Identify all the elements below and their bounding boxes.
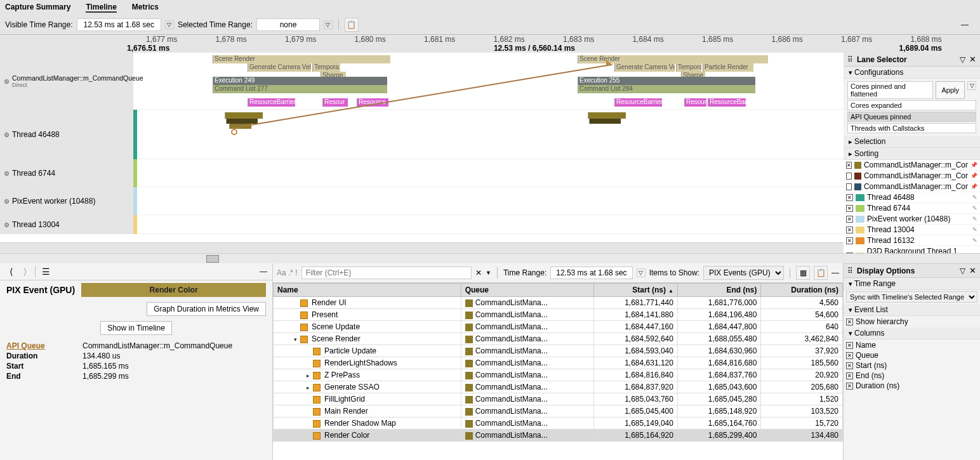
lane-item[interactable]: ✕Thread 13004✎	[844, 225, 980, 235]
selected-range-value[interactable]: none	[256, 18, 320, 31]
lane-checkbox[interactable]: ✕	[846, 227, 853, 233]
timeline-hscroll[interactable]	[0, 253, 980, 263]
properties-icon[interactable]: ☰	[40, 266, 51, 277]
seg-resbar3[interactable]: ResourceBarrier	[708, 98, 746, 107]
pin-icon[interactable]: 📌	[970, 183, 977, 190]
marker[interactable]	[589, 119, 621, 124]
table-row[interactable]: Main RenderCommandListMana...1,685,045,4…	[274, 405, 843, 417]
clear-filter-icon[interactable]: ✕	[475, 268, 482, 277]
grip-icon[interactable]: ⠿	[847, 266, 853, 275]
gear-icon[interactable]: ⚙	[4, 221, 10, 228]
seg-scene-render[interactable]: Scene Render	[213, 55, 390, 63]
selected-range-dropdown-icon[interactable]: ▽	[324, 20, 333, 29]
scroll-thumb[interactable]	[206, 255, 219, 263]
seg-gen-cam[interactable]: Generate Camera Velo	[248, 63, 311, 72]
filter-dropdown-icon[interactable]: ▼	[486, 270, 491, 276]
lane-item[interactable]: CommandListManager::m_Cor📌	[844, 181, 980, 192]
event-list-section[interactable]: ▾ Event List	[844, 304, 980, 316]
column-checkbox[interactable]: ✕End (ns)	[846, 371, 977, 380]
config-option[interactable]: Threads with Callstacks	[847, 123, 976, 133]
lane-checkbox[interactable]	[846, 183, 852, 190]
config-option[interactable]: API Queues pinned	[847, 112, 976, 122]
table-row[interactable]: Render UICommandListMana...1,681,771,440…	[274, 297, 843, 309]
clipboard-button[interactable]: 📋	[345, 18, 359, 32]
table-row[interactable]: Render Shadow MapCommandListMana...1,685…	[274, 417, 843, 430]
pin-icon[interactable]: ✎	[972, 227, 977, 233]
minimize-icon[interactable]: —	[831, 268, 839, 277]
col-duration[interactable]: Duration (ns)	[761, 284, 843, 297]
col-start[interactable]: Start (ns)▲	[594, 284, 678, 297]
col-end[interactable]: End (ns)	[677, 284, 761, 297]
columns-section[interactable]: ▾ Columns	[844, 327, 980, 339]
close-icon[interactable]: ✕	[969, 266, 976, 275]
time-range-sync-select[interactable]: Sync with Timeline's Selected Range	[846, 291, 977, 303]
visible-range-dropdown-icon[interactable]: ▽	[165, 20, 174, 29]
pin-icon[interactable]: 📌	[970, 162, 977, 168]
table-row[interactable]: ▾Scene RenderCommandListMana...1,684,592…	[274, 333, 843, 345]
gear-icon[interactable]: ⚙	[4, 170, 10, 177]
column-checkbox[interactable]: ✕Start (ns)	[846, 361, 977, 370]
table-row[interactable]: RenderLightShadowsCommandListMana...1,68…	[274, 357, 843, 369]
lane-checkbox[interactable]: ✕	[846, 205, 853, 212]
time-range-section[interactable]: ▾ Time Range	[844, 278, 980, 290]
config-section-header[interactable]: ▾ Configurations	[844, 67, 980, 79]
lane-item[interactable]: ✕D3D Background Thread 1 (17✎	[844, 246, 980, 253]
lane-item[interactable]: ✕CommandListManager::m_Cor📌	[844, 160, 980, 171]
pin-icon[interactable]: ✎	[972, 237, 977, 244]
marker[interactable]	[226, 119, 258, 124]
table-row[interactable]: PresentCommandListMana...1,684,141,8801,…	[274, 309, 843, 321]
seg-resbar2[interactable]: ResourceBarrier	[614, 98, 662, 107]
config-option[interactable]: Cores pinned and flattened	[847, 81, 933, 99]
lane-checkbox[interactable]: ✕	[846, 216, 853, 223]
filter-mode-label[interactable]: Aa .* !	[277, 268, 298, 277]
pin-icon[interactable]: ✎	[972, 205, 977, 211]
show-hierarchy-checkbox[interactable]: ✕Show hierarchy	[846, 317, 977, 326]
close-icon[interactable]: ✕	[969, 55, 976, 64]
table-row[interactable]: Particle UpdateCommandListMana...1,684,5…	[274, 345, 843, 357]
gear-icon[interactable]: ⚙	[4, 131, 10, 138]
seg-gen-cam2[interactable]: Generate Camera Velo	[614, 63, 675, 72]
tab-timeline[interactable]: Timeline	[86, 3, 116, 13]
api-queue-link[interactable]: API Queue	[6, 341, 83, 350]
seg-tempora2[interactable]: Tempora	[676, 63, 701, 72]
marker[interactable]	[588, 112, 626, 119]
lane-item[interactable]: ✕Thread 46488✎	[844, 192, 980, 203]
col-name[interactable]: Name	[274, 284, 461, 297]
time-range-dropdown-icon[interactable]: ▽	[637, 268, 646, 277]
lane-checkbox[interactable]: ✕	[846, 162, 852, 169]
table-row[interactable]: ▸Z PrePassCommandListMana...1,684,816,84…	[274, 369, 843, 381]
pin-icon[interactable]: ✎	[972, 194, 977, 200]
lane-checkbox[interactable]: ✕	[846, 194, 853, 201]
seg-cl277[interactable]: Command List 277	[213, 85, 387, 93]
table-row[interactable]: FillLightGridCommandListMana...1,685,043…	[274, 393, 843, 405]
pin-icon[interactable]: 📌	[970, 173, 977, 179]
gear-icon[interactable]: ⚙	[4, 78, 10, 85]
seg-particle-render[interactable]: Particle Render	[703, 63, 753, 72]
nav-back-icon[interactable]: ⟨	[5, 266, 17, 277]
grip-icon[interactable]: ⠿	[847, 55, 853, 64]
table-row[interactable]: ▸Generate SSAOCommandListMana...1,684,83…	[274, 381, 843, 393]
visible-range-value[interactable]: 12.53 ms at 1.68 sec	[77, 18, 161, 31]
lane-item[interactable]: ✕Thread 6744✎	[844, 203, 980, 214]
chevron-down-icon[interactable]: ▽	[960, 55, 965, 64]
column-checkbox[interactable]: ✕Duration (ns)	[846, 381, 977, 390]
copy-icon[interactable]: 📋	[814, 266, 828, 280]
show-in-timeline-button[interactable]: Show in Timeline	[100, 321, 172, 335]
seg-resour2[interactable]: Resour	[684, 98, 706, 107]
apply-dropdown-icon[interactable]: ▽	[967, 81, 976, 90]
lane-checkbox[interactable]: ✕	[846, 237, 853, 244]
gear-icon[interactable]: ⚙	[4, 198, 10, 205]
col-queue[interactable]: Queue	[461, 284, 594, 297]
time-range-value[interactable]: 12.53 ms at 1.68 sec	[550, 266, 632, 279]
table-view-icon[interactable]: ▦	[796, 266, 810, 280]
column-checkbox[interactable]: ✕Queue	[846, 351, 977, 360]
chevron-down-icon[interactable]: ▽	[960, 266, 965, 275]
pin-icon[interactable]: ✎	[972, 216, 977, 222]
filter-input[interactable]	[301, 266, 472, 279]
lane-item[interactable]: CommandListManager::m_Cor📌	[844, 171, 980, 181]
sorting-section-header[interactable]: ▸ Sorting	[844, 148, 980, 160]
seg-resbar1[interactable]: ResourceBarrier	[248, 98, 295, 107]
seg-cl284[interactable]: Command List 284	[578, 85, 755, 93]
apply-button[interactable]: Apply	[936, 81, 965, 99]
seg-resour1[interactable]: Resour	[322, 98, 348, 107]
